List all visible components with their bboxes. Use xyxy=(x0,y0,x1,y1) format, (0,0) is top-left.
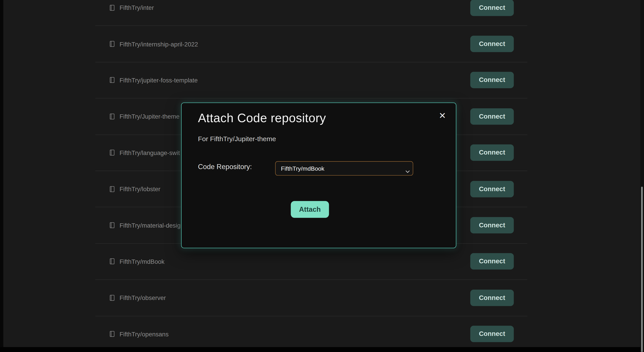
repo-book-icon xyxy=(109,258,116,265)
connect-button[interactable]: Connect xyxy=(470,72,514,88)
connect-button[interactable]: Connect xyxy=(470,253,514,270)
repo-book-icon xyxy=(109,77,116,83)
repo-book-icon xyxy=(109,41,116,47)
repo-name: FifthTry/opensans xyxy=(120,331,168,338)
repo-row: FifthTry/jupiter-foss-template Connect xyxy=(95,62,527,99)
repo-name: FifthTry/language-swit xyxy=(120,149,180,156)
connect-button[interactable]: Connect xyxy=(470,36,514,52)
repo-name: FifthTry/mdBook xyxy=(120,258,164,265)
repo-book-icon xyxy=(109,185,116,192)
code-repository-select[interactable]: FifthTry/mdBook xyxy=(275,161,413,176)
repo-name: FifthTry/inter xyxy=(120,4,154,11)
repo-name: FifthTry/jupiter-foss-template xyxy=(120,77,198,84)
repo-book-icon xyxy=(109,222,116,228)
repo-row: FifthTry/internship-april-2022 Connect xyxy=(95,26,527,62)
dialog-subtitle: For FifthTry/Jupiter-theme xyxy=(198,135,276,143)
repo-book-icon xyxy=(109,4,116,11)
window-bottom-bar xyxy=(0,347,644,352)
scrollbar-thumb[interactable] xyxy=(641,187,643,352)
connect-button[interactable]: Connect xyxy=(470,326,514,342)
connect-button[interactable]: Connect xyxy=(470,145,514,161)
close-icon[interactable]: ✕ xyxy=(437,109,448,121)
connect-button[interactable]: Connect xyxy=(470,0,514,16)
repo-row: FifthTry/mdBook Connect xyxy=(95,244,527,280)
attach-code-repository-dialog: Attach Code repository ✕ For FifthTry/Ju… xyxy=(181,103,456,248)
repo-book-icon xyxy=(109,150,116,156)
repo-book-icon xyxy=(109,331,116,337)
repo-name: FifthTry/observer xyxy=(120,294,166,301)
window-left-edge xyxy=(0,0,3,352)
repo-name: FifthTry/lobster xyxy=(120,185,160,192)
repo-book-icon xyxy=(109,113,116,120)
repo-row: FifthTry/observer Connect xyxy=(95,280,527,316)
repo-name: FifthTry/internship-april-2022 xyxy=(120,40,198,47)
repo-row: FifthTry/inter Connect xyxy=(95,0,527,26)
connect-button[interactable]: Connect xyxy=(470,108,514,125)
dialog-title: Attach Code repository xyxy=(198,111,326,125)
repo-row: FifthTry/opensans Connect xyxy=(95,316,527,352)
connect-button[interactable]: Connect xyxy=(470,217,514,233)
connect-button[interactable]: Connect xyxy=(470,181,514,197)
connect-button[interactable]: Connect xyxy=(470,289,514,306)
code-repository-label: Code Repository: xyxy=(198,163,252,171)
repo-name: FifthTry/Jupiter-theme xyxy=(120,113,179,120)
attach-button[interactable]: Attach xyxy=(291,201,329,218)
app-window: FifthTry/inter Connect FifthTry/internsh… xyxy=(0,0,644,352)
repo-book-icon xyxy=(109,294,116,301)
repo-name: FifthTry/material-desig xyxy=(120,222,180,229)
